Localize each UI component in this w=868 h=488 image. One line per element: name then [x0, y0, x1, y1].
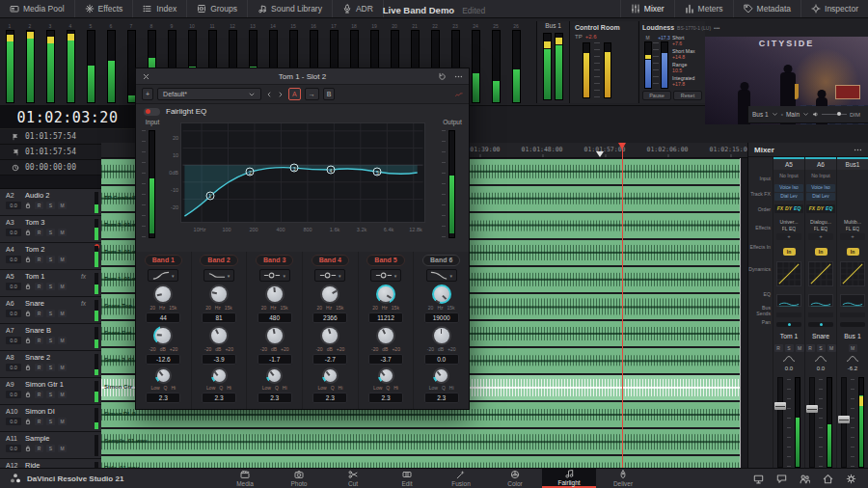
strip-id[interactable]: Bus1	[837, 157, 868, 170]
toolbar-button-mixer[interactable]: Mixer	[620, 0, 674, 17]
band-label[interactable]: Band 6	[422, 255, 460, 266]
knob[interactable]	[433, 367, 449, 384]
fx-order-chip[interactable]: FXDYEQ	[774, 204, 803, 213]
strip-m-button[interactable]: M	[796, 344, 804, 352]
toolbar-button-inspector[interactable]: Inspector	[800, 0, 868, 17]
band-frequency-value[interactable]: 44	[146, 312, 180, 323]
track-m-button[interactable]: M	[58, 229, 67, 236]
track-header-a7[interactable]: A7Snare B0.0RSM	[0, 324, 101, 351]
band-q-value[interactable]: 2.3	[258, 393, 292, 403]
knob[interactable]	[376, 326, 395, 345]
effect-name-2[interactable]: FL EQ	[846, 226, 860, 232]
prev-preset-icon[interactable]	[265, 91, 273, 98]
ab-compare-a[interactable]: A	[288, 88, 301, 100]
dynamics-graph[interactable]	[840, 261, 865, 286]
band-gain-value[interactable]: -2.7	[312, 354, 347, 365]
track-m-button[interactable]: M	[58, 283, 67, 290]
track-m-button[interactable]: M	[58, 445, 67, 452]
eq-band-handle[interactable]: 4	[326, 166, 335, 175]
eq-graph[interactable]: 12345	[180, 122, 425, 223]
eq-mini-graph[interactable]	[776, 294, 801, 307]
plugin-titlebar[interactable]: Tom 1 - Slot 2	[136, 68, 469, 85]
track-r-button[interactable]: R	[35, 391, 43, 398]
eq-band-handle[interactable]: 1	[205, 191, 214, 200]
knob[interactable]	[322, 367, 339, 384]
track-r-button[interactable]: R	[35, 337, 43, 344]
pan-curve-icon[interactable]	[773, 353, 804, 364]
band-frequency-value[interactable]: 480	[258, 312, 292, 323]
strip-m-button[interactable]: M	[849, 344, 857, 352]
band-q-value[interactable]: 2.3	[202, 393, 236, 403]
dynamics-graph[interactable]	[808, 261, 833, 286]
track-r-button[interactable]: R	[35, 229, 43, 236]
knob[interactable]	[211, 367, 228, 384]
preset-select[interactable]: Default*	[157, 88, 261, 100]
pan-control[interactable]	[840, 322, 865, 327]
knob[interactable]	[153, 285, 173, 304]
effects-in-button[interactable]: In	[815, 248, 827, 256]
fx-order-chip[interactable]: FXDYEQ	[806, 204, 835, 213]
monitor-source[interactable]: Bus 1	[752, 111, 769, 118]
knob[interactable]	[376, 285, 395, 304]
track-fx-chip[interactable]: Dial Lev	[806, 193, 835, 201]
band-label[interactable]: Band 1	[145, 255, 182, 266]
close-icon[interactable]	[142, 72, 150, 81]
plugin-bypass-toggle[interactable]	[144, 108, 160, 116]
knob[interactable]	[432, 326, 451, 345]
strip-m-button[interactable]: M	[827, 344, 836, 352]
track-gain[interactable]: 0.0	[6, 418, 21, 425]
pan-curve-icon[interactable]	[805, 353, 836, 364]
eq-mini-graph[interactable]	[840, 294, 865, 307]
band-q-value[interactable]: 2.3	[424, 393, 459, 403]
band-frequency-value[interactable]: 11212	[368, 312, 403, 323]
track-fx-chip[interactable]: Dial Lev	[774, 193, 803, 201]
page-tab-fairlight[interactable]: Fairlight	[542, 469, 596, 488]
toolbar-button-adr[interactable]: ADR	[333, 0, 384, 17]
knob[interactable]	[155, 367, 172, 384]
track-gain[interactable]: 0.0	[6, 202, 21, 209]
band-shape-select[interactable]: ▾	[259, 269, 290, 282]
knob[interactable]	[432, 285, 451, 304]
band-frequency-value[interactable]: 19000	[424, 312, 459, 323]
mixer-options-icon[interactable]	[854, 146, 862, 154]
toolbar-button-index[interactable]: Index	[133, 0, 187, 17]
band-frequency-value[interactable]: 2366	[312, 312, 347, 323]
track-gain[interactable]: 0.0	[6, 445, 21, 452]
strip-id[interactable]: A5	[773, 157, 804, 170]
bus-send-slot[interactable]	[808, 312, 833, 317]
track-gain[interactable]: 0.0	[6, 337, 21, 344]
page-tab-fusion[interactable]: Fusion	[434, 469, 488, 488]
page-tab-color[interactable]: Color	[488, 469, 542, 488]
track-r-button[interactable]: R	[35, 310, 43, 317]
track-header-a10[interactable]: A10Simon DI0.0RSM	[0, 405, 101, 432]
bus-send-slot[interactable]	[776, 312, 801, 317]
track-m-button[interactable]: M	[58, 337, 67, 344]
strip-id[interactable]: A6	[805, 157, 836, 170]
ab-compare-b[interactable]: B	[323, 88, 336, 100]
strip-r-button[interactable]: R	[774, 344, 783, 352]
knob[interactable]	[265, 326, 285, 345]
band-gain-value[interactable]: -1.7	[258, 354, 292, 365]
strip-r-button[interactable]: R	[806, 344, 815, 352]
toolbar-button-metadata[interactable]: Metadata	[733, 0, 800, 17]
page-tab-cut[interactable]: Cut	[326, 469, 380, 488]
options-dots-icon[interactable]	[454, 72, 463, 81]
chevron-down-icon[interactable]	[802, 111, 809, 118]
track-gain[interactable]: 0.0	[6, 256, 21, 263]
track-m-button[interactable]: M	[58, 391, 67, 398]
ab-compare-arrow[interactable]: →	[305, 88, 319, 100]
add-effect-button[interactable]: +	[776, 233, 801, 240]
effect-name[interactable]: Multib...	[844, 219, 861, 226]
band-gain-value[interactable]: -12.6	[146, 354, 180, 365]
chevron-down-icon[interactable]	[772, 111, 778, 118]
track-header-a6[interactable]: A6Snarefx0.0RSM	[0, 297, 101, 324]
knob[interactable]	[209, 285, 229, 304]
track-r-button[interactable]: R	[35, 202, 43, 209]
dynamics-graph[interactable]	[776, 261, 801, 286]
toolbar-button-meters[interactable]: Meters	[674, 0, 733, 17]
knob[interactable]	[153, 326, 173, 345]
track-r-button[interactable]: R	[35, 418, 43, 425]
page-tab-deliver[interactable]: Deliver	[596, 469, 650, 488]
track-s-button[interactable]: S	[46, 391, 55, 398]
track-m-button[interactable]: M	[58, 418, 67, 425]
